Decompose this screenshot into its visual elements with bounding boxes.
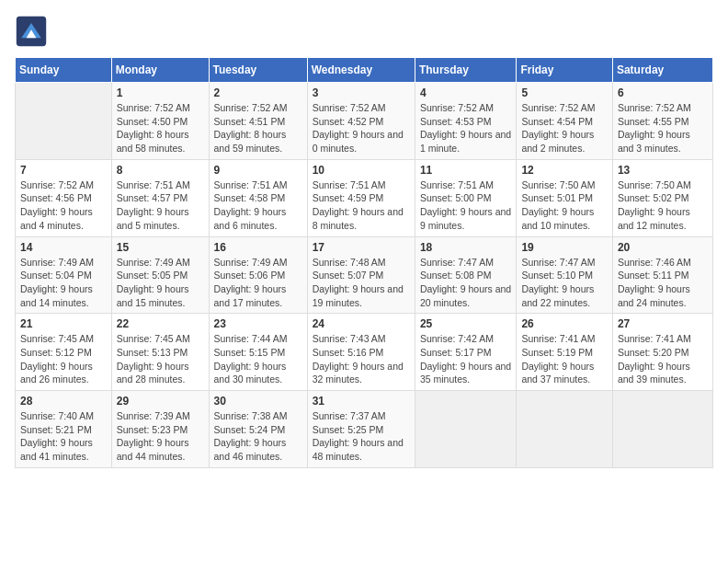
day-number: 8 xyxy=(117,164,204,177)
calendar-cell: 31Sunrise: 7:37 AMSunset: 5:25 PMDayligh… xyxy=(307,391,415,468)
day-number: 26 xyxy=(521,317,607,330)
calendar-cell: 25Sunrise: 7:42 AMSunset: 5:17 PMDayligh… xyxy=(415,314,517,391)
day-number: 11 xyxy=(420,164,512,177)
day-info: Sunrise: 7:49 AMSunset: 5:06 PMDaylight:… xyxy=(214,256,302,310)
day-info: Sunrise: 7:52 AMSunset: 4:51 PMDaylight:… xyxy=(214,101,302,155)
day-info: Sunrise: 7:37 AMSunset: 5:25 PMDaylight:… xyxy=(313,409,410,464)
day-info: Sunrise: 7:41 AMSunset: 5:20 PMDaylight:… xyxy=(618,332,708,386)
day-info: Sunrise: 7:52 AMSunset: 4:55 PMDaylight:… xyxy=(618,101,708,155)
day-info: Sunrise: 7:50 AMSunset: 5:02 PMDaylight:… xyxy=(618,178,708,233)
day-number: 31 xyxy=(313,395,410,408)
calendar-cell: 5Sunrise: 7:52 AMSunset: 4:54 PMDaylight… xyxy=(517,83,612,160)
day-info: Sunrise: 7:45 AMSunset: 5:13 PMDaylight:… xyxy=(117,332,204,386)
col-header-wednesday: Wednesday xyxy=(307,58,415,83)
day-number: 5 xyxy=(521,86,607,99)
day-info: Sunrise: 7:46 AMSunset: 5:11 PMDaylight:… xyxy=(618,256,708,310)
calendar-cell xyxy=(16,83,112,160)
calendar-cell: 29Sunrise: 7:39 AMSunset: 5:23 PMDayligh… xyxy=(111,391,209,468)
day-number: 21 xyxy=(20,317,107,330)
day-info: Sunrise: 7:44 AMSunset: 5:15 PMDaylight:… xyxy=(214,332,302,386)
calendar-cell: 17Sunrise: 7:48 AMSunset: 5:07 PMDayligh… xyxy=(307,236,415,314)
day-info: Sunrise: 7:52 AMSunset: 4:52 PMDaylight:… xyxy=(313,101,410,155)
calendar-cell: 21Sunrise: 7:45 AMSunset: 5:12 PMDayligh… xyxy=(16,314,112,391)
calendar-cell xyxy=(612,391,712,468)
day-info: Sunrise: 7:42 AMSunset: 5:17 PMDaylight:… xyxy=(420,332,512,386)
calendar-cell: 2Sunrise: 7:52 AMSunset: 4:51 PMDaylight… xyxy=(209,83,307,160)
day-number: 7 xyxy=(20,164,107,177)
day-info: Sunrise: 7:40 AMSunset: 5:21 PMDaylight:… xyxy=(20,409,107,464)
calendar-cell: 1Sunrise: 7:52 AMSunset: 4:50 PMDaylight… xyxy=(111,83,209,160)
day-number: 12 xyxy=(521,164,607,177)
day-info: Sunrise: 7:49 AMSunset: 5:04 PMDaylight:… xyxy=(20,256,107,310)
day-number: 28 xyxy=(20,395,107,408)
calendar-cell: 18Sunrise: 7:47 AMSunset: 5:08 PMDayligh… xyxy=(415,236,517,314)
calendar-cell: 28Sunrise: 7:40 AMSunset: 5:21 PMDayligh… xyxy=(16,391,112,468)
calendar-cell: 7Sunrise: 7:52 AMSunset: 4:56 PMDaylight… xyxy=(16,159,112,236)
calendar-table: SundayMondayTuesdayWednesdayThursdayFrid… xyxy=(15,57,713,468)
calendar-cell: 30Sunrise: 7:38 AMSunset: 5:24 PMDayligh… xyxy=(209,391,307,468)
calendar-cell xyxy=(517,391,612,468)
day-number: 22 xyxy=(117,317,204,330)
day-info: Sunrise: 7:50 AMSunset: 5:01 PMDaylight:… xyxy=(521,178,607,233)
calendar-cell: 11Sunrise: 7:51 AMSunset: 5:00 PMDayligh… xyxy=(415,159,517,236)
calendar-cell: 12Sunrise: 7:50 AMSunset: 5:01 PMDayligh… xyxy=(517,159,612,236)
day-info: Sunrise: 7:49 AMSunset: 5:05 PMDaylight:… xyxy=(117,256,204,310)
col-header-friday: Friday xyxy=(517,58,612,83)
day-number: 3 xyxy=(313,86,410,99)
day-info: Sunrise: 7:41 AMSunset: 5:19 PMDaylight:… xyxy=(521,332,607,386)
calendar-cell: 23Sunrise: 7:44 AMSunset: 5:15 PMDayligh… xyxy=(209,314,307,391)
day-info: Sunrise: 7:43 AMSunset: 5:16 PMDaylight:… xyxy=(313,332,410,386)
calendar-cell: 20Sunrise: 7:46 AMSunset: 5:11 PMDayligh… xyxy=(612,236,712,314)
calendar-cell: 15Sunrise: 7:49 AMSunset: 5:05 PMDayligh… xyxy=(111,236,209,314)
day-number: 6 xyxy=(618,86,708,99)
calendar-cell: 14Sunrise: 7:49 AMSunset: 5:04 PMDayligh… xyxy=(16,236,112,314)
day-info: Sunrise: 7:39 AMSunset: 5:23 PMDaylight:… xyxy=(117,409,204,464)
day-info: Sunrise: 7:52 AMSunset: 4:56 PMDaylight:… xyxy=(20,178,107,233)
day-number: 13 xyxy=(618,164,708,177)
day-info: Sunrise: 7:47 AMSunset: 5:10 PMDaylight:… xyxy=(521,256,607,310)
calendar-cell: 8Sunrise: 7:51 AMSunset: 4:57 PMDaylight… xyxy=(111,159,209,236)
day-info: Sunrise: 7:51 AMSunset: 4:58 PMDaylight:… xyxy=(214,178,302,233)
day-info: Sunrise: 7:47 AMSunset: 5:08 PMDaylight:… xyxy=(420,256,512,310)
day-number: 27 xyxy=(618,317,708,330)
col-header-thursday: Thursday xyxy=(415,58,517,83)
day-number: 29 xyxy=(117,395,204,408)
calendar-cell: 24Sunrise: 7:43 AMSunset: 5:16 PMDayligh… xyxy=(307,314,415,391)
page-header xyxy=(15,15,713,48)
day-info: Sunrise: 7:52 AMSunset: 4:53 PMDaylight:… xyxy=(420,101,512,155)
calendar-cell: 16Sunrise: 7:49 AMSunset: 5:06 PMDayligh… xyxy=(209,236,307,314)
day-number: 16 xyxy=(214,241,302,254)
calendar-cell: 13Sunrise: 7:50 AMSunset: 5:02 PMDayligh… xyxy=(612,159,712,236)
calendar-cell: 19Sunrise: 7:47 AMSunset: 5:10 PMDayligh… xyxy=(517,236,612,314)
day-number: 1 xyxy=(117,86,204,99)
calendar-cell: 10Sunrise: 7:51 AMSunset: 4:59 PMDayligh… xyxy=(307,159,415,236)
col-header-saturday: Saturday xyxy=(612,58,712,83)
day-number: 30 xyxy=(214,395,302,408)
day-info: Sunrise: 7:51 AMSunset: 5:00 PMDaylight:… xyxy=(420,178,512,233)
day-number: 19 xyxy=(521,241,607,254)
day-number: 18 xyxy=(420,241,512,254)
col-header-tuesday: Tuesday xyxy=(209,58,307,83)
calendar-cell: 26Sunrise: 7:41 AMSunset: 5:19 PMDayligh… xyxy=(517,314,612,391)
day-info: Sunrise: 7:48 AMSunset: 5:07 PMDaylight:… xyxy=(313,256,410,310)
day-info: Sunrise: 7:52 AMSunset: 4:54 PMDaylight:… xyxy=(521,101,607,155)
calendar-cell: 22Sunrise: 7:45 AMSunset: 5:13 PMDayligh… xyxy=(111,314,209,391)
calendar-cell xyxy=(415,391,517,468)
day-info: Sunrise: 7:45 AMSunset: 5:12 PMDaylight:… xyxy=(20,332,107,386)
col-header-sunday: Sunday xyxy=(16,58,112,83)
calendar-cell: 4Sunrise: 7:52 AMSunset: 4:53 PMDaylight… xyxy=(415,83,517,160)
calendar-cell: 27Sunrise: 7:41 AMSunset: 5:20 PMDayligh… xyxy=(612,314,712,391)
calendar-cell: 3Sunrise: 7:52 AMSunset: 4:52 PMDaylight… xyxy=(307,83,415,160)
logo xyxy=(15,15,51,48)
day-info: Sunrise: 7:51 AMSunset: 4:57 PMDaylight:… xyxy=(117,178,204,233)
day-number: 9 xyxy=(214,164,302,177)
day-number: 15 xyxy=(117,241,204,254)
logo-icon xyxy=(15,15,48,48)
day-number: 25 xyxy=(420,317,512,330)
day-number: 24 xyxy=(313,317,410,330)
day-info: Sunrise: 7:52 AMSunset: 4:50 PMDaylight:… xyxy=(117,101,204,155)
day-info: Sunrise: 7:38 AMSunset: 5:24 PMDaylight:… xyxy=(214,409,302,464)
day-number: 4 xyxy=(420,86,512,99)
day-number: 14 xyxy=(20,241,107,254)
day-info: Sunrise: 7:51 AMSunset: 4:59 PMDaylight:… xyxy=(313,178,410,233)
